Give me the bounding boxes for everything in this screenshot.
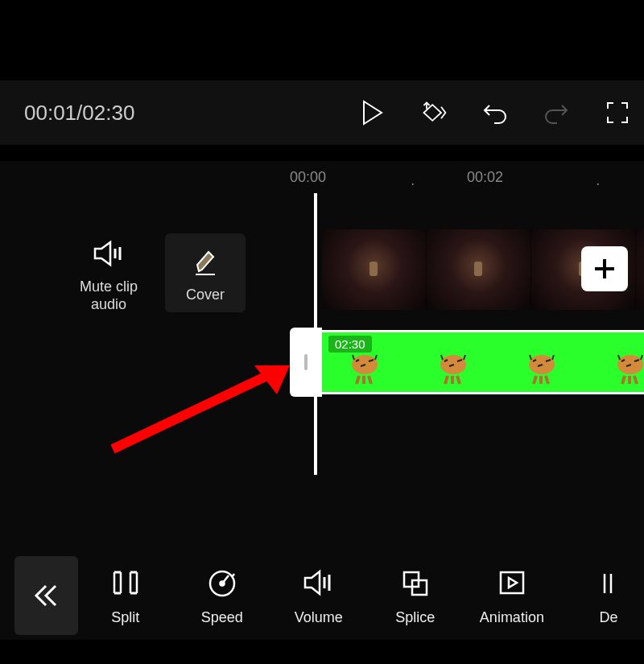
ruler-tick: 00:00 [290, 169, 326, 186]
annotation-arrow [105, 361, 306, 460]
add-clip-button[interactable] [581, 246, 628, 291]
toolbar-icons [358, 98, 632, 127]
mute-clip-label: Mute clip audio [68, 278, 149, 313]
thumbnail [636, 229, 644, 310]
thumbnail [588, 332, 644, 392]
animation-icon [496, 566, 528, 600]
delete-tool[interactable]: De [573, 566, 644, 626]
svg-point-5 [220, 581, 224, 585]
volume-tool[interactable]: Volume [283, 566, 354, 626]
play-button[interactable] [358, 98, 387, 127]
thumbnail [411, 332, 499, 392]
keyframe-button[interactable] [419, 98, 448, 127]
tool-label: Splice [395, 609, 435, 626]
tool-items: Split Speed Volume [90, 566, 644, 626]
undo-button[interactable] [481, 98, 510, 127]
speed-icon [206, 566, 238, 600]
thumbnail [499, 332, 588, 392]
redo-button[interactable] [542, 98, 571, 127]
fullscreen-button[interactable] [603, 98, 632, 127]
animation-tool[interactable]: Animation [477, 566, 547, 626]
tool-label: Volume [295, 609, 343, 626]
volume-icon [302, 566, 336, 600]
svg-rect-8 [501, 572, 523, 593]
playback-toolbar: 00:01/02:30 [0, 80, 644, 145]
playhead[interactable] [314, 193, 317, 475]
tool-label: Speed [201, 609, 243, 626]
overlay-clip[interactable]: 02:30 [322, 330, 644, 394]
speaker-icon [85, 233, 133, 274]
tool-label: Split [111, 609, 139, 626]
overlay-track[interactable]: 02:30 [290, 330, 644, 394]
time-display: 00:01/02:30 [24, 101, 134, 126]
thumbnail [427, 229, 531, 310]
timeline[interactable]: 00:00 · 00:02 · Mute clip audio Cover [0, 161, 644, 559]
cover-button[interactable]: Cover [165, 233, 246, 312]
ruler-tick: 00:02 [467, 169, 503, 186]
cover-label: Cover [186, 287, 225, 304]
thumbnail [322, 229, 427, 310]
mute-clip-button[interactable]: Mute clip audio [68, 233, 149, 313]
ruler-dot: · [596, 174, 601, 192]
clip-controls: Mute clip audio Cover [68, 233, 270, 313]
clip-trim-handle[interactable] [290, 328, 322, 397]
speed-tool[interactable]: Speed [187, 566, 258, 626]
splice-icon [399, 566, 431, 600]
ruler-dot: · [411, 174, 415, 192]
tool-label: De [599, 609, 617, 626]
delete-icon [603, 566, 614, 600]
back-button[interactable] [14, 556, 78, 635]
split-tool[interactable]: Split [90, 566, 161, 626]
time-ruler: 00:00 · 00:02 · [0, 169, 644, 193]
splice-tool[interactable]: Splice [380, 566, 451, 626]
clip-duration-badge: 02:30 [328, 336, 372, 353]
split-icon [109, 566, 142, 600]
edit-tools-toolbar: Split Speed Volume [0, 551, 644, 640]
pencil-icon [181, 241, 229, 282]
tool-label: Animation [480, 609, 544, 626]
